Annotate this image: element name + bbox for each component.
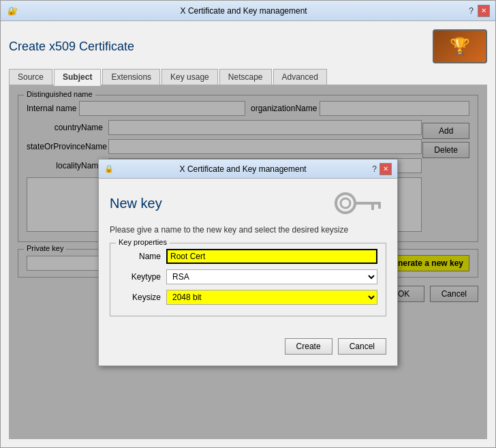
modal-cancel-button[interactable]: Cancel bbox=[338, 338, 386, 355]
tabs-bar: Source Subject Extensions Key usage Nets… bbox=[9, 69, 487, 86]
svg-point-0 bbox=[336, 194, 355, 213]
modal-title: X Certificate and Key management bbox=[114, 164, 372, 174]
modal-content: New key bbox=[99, 179, 397, 338]
key-name-input[interactable] bbox=[166, 249, 377, 264]
svg-rect-2 bbox=[354, 202, 381, 205]
modal-titlebar: 🔒 X Certificate and Key management ? ✕ bbox=[99, 160, 397, 179]
modal-lock-icon: 🔒 bbox=[104, 164, 114, 173]
tab-source[interactable]: Source bbox=[9, 69, 52, 85]
outer-content: Create x509 Certificate Source Subject E… bbox=[1, 21, 495, 447]
app-icon: 🔐 bbox=[6, 5, 18, 17]
modal-heading: New key bbox=[110, 196, 332, 211]
tab-extensions[interactable]: Extensions bbox=[102, 69, 160, 85]
key-props-group: Key properties Name Keytype RSA bbox=[110, 243, 386, 316]
outer-window: 🔐 X Certificate and Key management ? ✕ C… bbox=[0, 0, 496, 448]
keysize-row: Keysize 1024 bit 2048 bit 4096 bit bbox=[119, 290, 377, 305]
help-button[interactable]: ? bbox=[469, 6, 474, 16]
keytype-row: Keytype RSA DSA EC bbox=[119, 269, 377, 284]
close-button[interactable]: ✕ bbox=[478, 5, 490, 17]
modal-close-button[interactable]: ✕ bbox=[379, 163, 392, 175]
modal-footer: Create Cancel bbox=[99, 338, 397, 365]
tab-netscape[interactable]: Netscape bbox=[219, 69, 272, 85]
svg-point-1 bbox=[341, 198, 350, 208]
tab-subject[interactable]: Subject bbox=[54, 69, 101, 86]
page-title: Create x509 Certificate bbox=[9, 40, 134, 54]
modal-help-button[interactable]: ? bbox=[372, 164, 377, 174]
keysize-select[interactable]: 1024 bit 2048 bit 4096 bit bbox=[166, 290, 377, 305]
key-icon-area bbox=[332, 190, 386, 217]
key-icon bbox=[332, 190, 386, 217]
modal-window: 🔒 X Certificate and Key management ? ✕ N… bbox=[98, 159, 398, 366]
keysize-label: Keysize bbox=[119, 293, 166, 302]
keytype-select[interactable]: RSA DSA EC bbox=[166, 269, 377, 284]
tab-key-usage[interactable]: Key usage bbox=[161, 69, 218, 85]
svg-rect-3 bbox=[371, 205, 374, 210]
keytype-label: Keytype bbox=[119, 272, 166, 282]
outer-titlebar: 🔐 X Certificate and Key management ? ✕ bbox=[1, 1, 495, 21]
modal-description: Please give a name to the new key and se… bbox=[110, 225, 386, 235]
tab-advanced[interactable]: Advanced bbox=[273, 69, 327, 85]
main-title-row: Create x509 Certificate bbox=[9, 29, 487, 63]
svg-rect-4 bbox=[378, 205, 381, 209]
key-props-title: Key properties bbox=[116, 238, 170, 246]
logo bbox=[433, 29, 487, 63]
main-panel: Distinguished name Internal name organiz… bbox=[9, 86, 487, 439]
key-name-row: Name bbox=[119, 249, 377, 264]
modal-overlay: 🔒 X Certificate and Key management ? ✕ N… bbox=[10, 87, 486, 438]
modal-create-button[interactable]: Create bbox=[285, 338, 332, 355]
key-name-label: Name bbox=[119, 252, 166, 261]
outer-window-title: X Certificate and Key management bbox=[18, 6, 469, 16]
modal-header: New key bbox=[110, 190, 386, 217]
